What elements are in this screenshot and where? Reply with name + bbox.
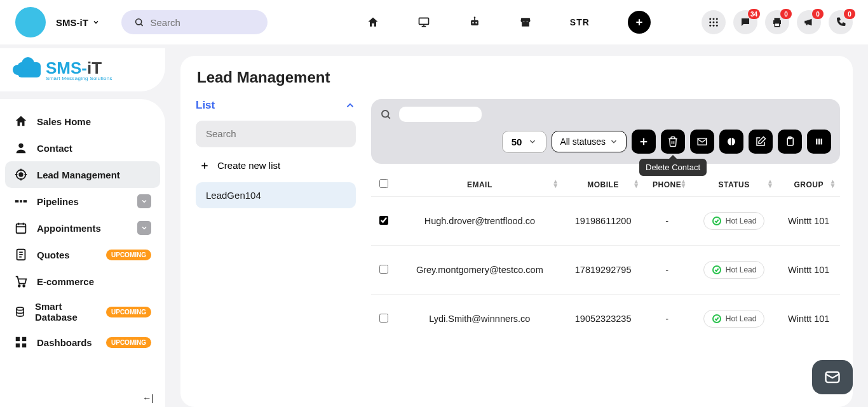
row-checkbox[interactable] [379, 216, 388, 225]
svg-point-52 [382, 110, 389, 117]
select-all-checkbox[interactable] [379, 179, 388, 188]
sidebar-item-label: Lead Management [37, 170, 120, 180]
delete-contact-button[interactable]: Delete Contact [661, 130, 685, 154]
table-row[interactable]: Lydi.Smith@winnners.co19052323235-Hot Le… [371, 295, 840, 344]
svg-point-25 [18, 143, 23, 148]
add-contact-button[interactable] [632, 130, 656, 154]
create-new-list-button[interactable]: Create new list [200, 160, 356, 171]
cell-group: Winttt 101 [777, 197, 840, 246]
status-filter-select[interactable]: All statuses [552, 131, 627, 152]
svg-rect-33 [20, 200, 22, 203]
svg-point-6 [472, 22, 474, 24]
edit-button[interactable] [749, 130, 773, 154]
svg-rect-32 [15, 200, 19, 203]
sort-icon[interactable]: ▲▼ [633, 179, 639, 188]
sidebar-item-appointments[interactable]: Appointments [5, 215, 160, 241]
apps-grid-button[interactable] [702, 10, 726, 34]
print-button[interactable]: 0 [765, 10, 789, 34]
row-checkbox[interactable] [379, 265, 388, 274]
list-panel: List Create new list LeadGen104 [180, 99, 371, 343]
content-card: Lead Management List Create new list [180, 56, 853, 407]
phone-button[interactable]: 0 [829, 10, 853, 34]
sidebar-item-sales-home[interactable]: Sales Home [5, 108, 160, 135]
list-search[interactable] [196, 121, 356, 147]
svg-point-0 [135, 19, 141, 25]
col-status: STATUS▲▼ [691, 170, 778, 197]
sidebar-collapse-icon[interactable]: ←| [142, 393, 154, 403]
cell-status: Hot Lead [691, 197, 778, 246]
cell-status: Hot Lead [691, 246, 778, 295]
row-checkbox[interactable] [379, 314, 388, 323]
svg-point-44 [23, 285, 25, 287]
chat-button[interactable]: 34 [733, 10, 757, 34]
table-row[interactable]: Grey.montgomery@testco.com17819292795-Ho… [371, 246, 840, 295]
sidebar-item-pipelines[interactable]: Pipelines [5, 188, 160, 215]
chevron-down-icon [92, 18, 100, 26]
columns-button[interactable] [807, 130, 831, 154]
sidebar-item-smart-database[interactable]: Smart DatabaseUPCOMING [5, 295, 160, 329]
sidebar-item-dashboards[interactable]: DashboardsUPCOMING [5, 329, 160, 356]
home-icon[interactable] [367, 16, 379, 29]
str-link[interactable]: STR [570, 17, 590, 27]
list-item[interactable]: LeadGen104 [196, 182, 356, 208]
svg-rect-49 [22, 344, 26, 347]
sort-icon[interactable]: ▲▼ [680, 179, 686, 188]
global-search[interactable] [121, 10, 268, 34]
table-row[interactable]: Hugh.drover@trentflood.co19198611200-Hot… [371, 197, 840, 246]
logo-subtitle: Smart Messaging Solutions [46, 76, 112, 81]
user-avatar[interactable] [15, 7, 46, 37]
cell-email: Grey.montgomery@testco.com [397, 246, 563, 295]
edit-icon [755, 136, 766, 147]
svg-rect-22 [775, 18, 780, 20]
cloud-icon [18, 62, 41, 77]
sidebar-item-lead-management[interactable]: Lead Management [5, 161, 160, 188]
sidebar-item-label: Pipelines [37, 196, 79, 207]
store-icon[interactable] [519, 16, 532, 29]
expand-toggle[interactable] [137, 194, 151, 208]
sort-icon[interactable]: ▲▼ [552, 179, 559, 188]
shield-button[interactable] [719, 130, 743, 154]
brand-dropdown[interactable]: SMS-iT [56, 17, 100, 28]
sort-icon[interactable]: ▲▼ [830, 179, 836, 188]
table-header: EMAIL▲▼ MOBILE▲▼ PHONE▲▼ STATUS▲▼ GROUP▲… [371, 170, 840, 197]
svg-line-1 [141, 24, 143, 26]
svg-point-16 [709, 22, 711, 23]
cell-mobile: 19198611200 [563, 197, 644, 246]
global-search-input[interactable] [150, 17, 254, 28]
cell-phone: - [644, 295, 691, 344]
robot-icon[interactable] [468, 16, 481, 29]
cell-group: Winttt 101 [777, 295, 840, 344]
cell-mobile: 19052323235 [563, 295, 644, 344]
svg-point-26 [19, 173, 23, 177]
page-size-select[interactable]: 50 [502, 131, 547, 153]
sidebar-item-contact[interactable]: Contact [5, 135, 160, 161]
search-icon [380, 109, 391, 120]
search-icon [134, 17, 144, 28]
sidebar-item-quotes[interactable]: QuotesUPCOMING [5, 241, 160, 268]
email-button[interactable] [690, 130, 714, 154]
status-badge: Hot Lead [703, 261, 765, 279]
list-search-input[interactable] [206, 128, 346, 139]
table-toolbar: 50 All statuses Delete Contact [371, 99, 840, 164]
support-fab[interactable] [812, 360, 853, 394]
svg-point-9 [474, 17, 476, 18]
expand-toggle[interactable] [137, 221, 151, 235]
svg-point-18 [716, 22, 718, 23]
sort-icon[interactable]: ▲▼ [767, 179, 773, 188]
clipboard-button[interactable] [778, 130, 802, 154]
trash-icon [667, 136, 679, 147]
table-search-input[interactable] [407, 109, 458, 119]
sidebar-item-e-commerce[interactable]: E-commerce [5, 268, 160, 295]
upcoming-badge: UPCOMING [106, 307, 151, 317]
table-panel: 50 All statuses Delete Contact [371, 99, 853, 343]
envelope-icon [696, 136, 708, 147]
announce-button[interactable]: 0 [797, 10, 821, 34]
monitor-icon[interactable] [417, 16, 430, 29]
add-button[interactable] [628, 11, 651, 34]
table-search[interactable] [399, 107, 482, 122]
print-icon [771, 17, 783, 28]
status-badge: Hot Lead [703, 310, 765, 328]
svg-point-21 [716, 25, 718, 27]
status-filter-label: All statuses [560, 137, 606, 147]
chevron-up-icon[interactable] [344, 100, 356, 111]
